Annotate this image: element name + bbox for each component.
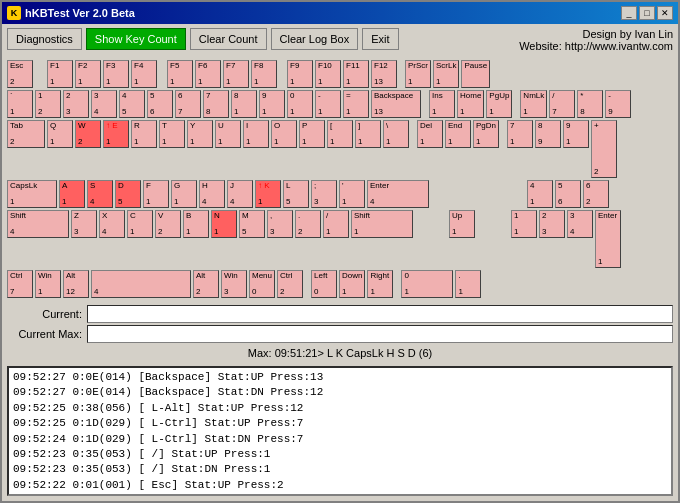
key-m[interactable]: M5: [239, 210, 265, 238]
key-x[interactable]: X4: [99, 210, 125, 238]
key-lshift[interactable]: Shift4: [7, 210, 69, 238]
key-u[interactable]: U1: [215, 120, 241, 148]
key-c[interactable]: C1: [127, 210, 153, 238]
key-num3[interactable]: 34: [567, 210, 593, 238]
key-equals[interactable]: =1: [343, 90, 369, 118]
key-ins[interactable]: Ins1: [429, 90, 455, 118]
log-content[interactable]: 09:52:27 0:0E(014) [Backspace] Stat:UP P…: [9, 368, 671, 494]
key-3[interactable]: 34: [91, 90, 117, 118]
key-1[interactable]: 12: [35, 90, 61, 118]
key-f6[interactable]: F61: [195, 60, 221, 88]
key-up[interactable]: Up1: [449, 210, 475, 238]
key-f[interactable]: F1: [143, 180, 169, 208]
key-lctrl[interactable]: Ctrl7: [7, 270, 33, 298]
diagnostics-button[interactable]: Diagnostics: [7, 28, 82, 50]
key-num1[interactable]: 11: [511, 210, 537, 238]
key-num-star[interactable]: *8: [577, 90, 603, 118]
key-menu[interactable]: Menu0: [249, 270, 275, 298]
key-n[interactable]: N1: [211, 210, 237, 238]
key-num0[interactable]: 01: [401, 270, 453, 298]
key-v[interactable]: V2: [155, 210, 181, 238]
key-e[interactable]: ↑ E1: [103, 120, 129, 148]
key-num7[interactable]: 71: [507, 120, 533, 148]
key-backspace[interactable]: Backspace13: [371, 90, 421, 118]
key-num-minus[interactable]: -9: [605, 90, 631, 118]
key-d[interactable]: D5: [115, 180, 141, 208]
key-i[interactable]: I1: [243, 120, 269, 148]
key-t[interactable]: T1: [159, 120, 185, 148]
key-capslock[interactable]: CapsLk1: [7, 180, 57, 208]
key-numlock[interactable]: NmLk1: [520, 90, 547, 118]
key-w[interactable]: W2: [75, 120, 101, 148]
key-home[interactable]: Home1: [457, 90, 484, 118]
key-ralt[interactable]: Alt2: [193, 270, 219, 298]
key-pause[interactable]: Pause: [461, 60, 490, 88]
key-pgup[interactable]: PgUp1: [486, 90, 512, 118]
key-f3[interactable]: F31: [103, 60, 129, 88]
key-0[interactable]: 01: [287, 90, 313, 118]
clear-log-box-button[interactable]: Clear Log Box: [271, 28, 359, 50]
exit-button[interactable]: Exit: [362, 28, 398, 50]
key-num-slash[interactable]: /7: [549, 90, 575, 118]
key-f8[interactable]: F81: [251, 60, 277, 88]
show-key-count-button[interactable]: Show Key Count: [86, 28, 186, 50]
key-lwin[interactable]: Win1: [35, 270, 61, 298]
key-g[interactable]: G1: [171, 180, 197, 208]
key-5[interactable]: 56: [147, 90, 173, 118]
key-7[interactable]: 78: [203, 90, 229, 118]
key-backtick[interactable]: `1: [7, 90, 33, 118]
key-scrlk[interactable]: ScrLk1: [433, 60, 459, 88]
key-num9[interactable]: 91: [563, 120, 589, 148]
key-l[interactable]: L5: [283, 180, 309, 208]
key-k[interactable]: ↑ K1: [255, 180, 281, 208]
key-rshift[interactable]: Shift1: [351, 210, 413, 238]
key-6[interactable]: 67: [175, 90, 201, 118]
key-rwin[interactable]: Win3: [221, 270, 247, 298]
key-o[interactable]: O1: [271, 120, 297, 148]
key-num5[interactable]: 56: [555, 180, 581, 208]
key-rctrl[interactable]: Ctrl2: [277, 270, 303, 298]
key-q[interactable]: Q1: [47, 120, 73, 148]
key-f1[interactable]: F11: [47, 60, 73, 88]
key-f5[interactable]: F51: [167, 60, 193, 88]
minimize-button[interactable]: _: [621, 6, 637, 20]
key-comma[interactable]: ,3: [267, 210, 293, 238]
key-lbracket[interactable]: [1: [327, 120, 353, 148]
key-f7[interactable]: F71: [223, 60, 249, 88]
key-num2[interactable]: 23: [539, 210, 565, 238]
key-num-dot[interactable]: .1: [455, 270, 481, 298]
key-f2[interactable]: F21: [75, 60, 101, 88]
key-p[interactable]: P1: [299, 120, 325, 148]
key-h[interactable]: H4: [199, 180, 225, 208]
key-f10[interactable]: F101: [315, 60, 341, 88]
key-esc[interactable]: Esc2: [7, 60, 33, 88]
key-num6[interactable]: 62: [583, 180, 609, 208]
key-2[interactable]: 23: [63, 90, 89, 118]
key-semicolon[interactable]: ;3: [311, 180, 337, 208]
key-num-enter[interactable]: Enter1: [595, 210, 621, 268]
key-pgdn[interactable]: PgDn1: [473, 120, 499, 148]
key-prtscr[interactable]: PrScr1: [405, 60, 431, 88]
clear-count-button[interactable]: Clear Count: [190, 28, 267, 50]
current-max-input[interactable]: [87, 325, 673, 343]
current-input[interactable]: [87, 305, 673, 323]
key-f9[interactable]: F91: [287, 60, 313, 88]
key-slash[interactable]: /1: [323, 210, 349, 238]
key-f4[interactable]: F41: [131, 60, 157, 88]
key-enter[interactable]: Enter4: [367, 180, 429, 208]
key-num-plus[interactable]: +2: [591, 120, 617, 178]
key-lalt[interactable]: Alt12: [63, 270, 89, 298]
key-quote[interactable]: '1: [339, 180, 365, 208]
key-space[interactable]: 4: [91, 270, 191, 298]
key-b[interactable]: B1: [183, 210, 209, 238]
key-del[interactable]: Del1: [417, 120, 443, 148]
key-tab[interactable]: Tab2: [7, 120, 45, 148]
key-down[interactable]: Down1: [339, 270, 365, 298]
key-rbracket[interactable]: ]1: [355, 120, 381, 148]
key-num4[interactable]: 41: [527, 180, 553, 208]
key-z[interactable]: Z3: [71, 210, 97, 238]
key-a[interactable]: A1: [59, 180, 85, 208]
key-left[interactable]: Left0: [311, 270, 337, 298]
key-8[interactable]: 81: [231, 90, 257, 118]
key-period[interactable]: .2: [295, 210, 321, 238]
